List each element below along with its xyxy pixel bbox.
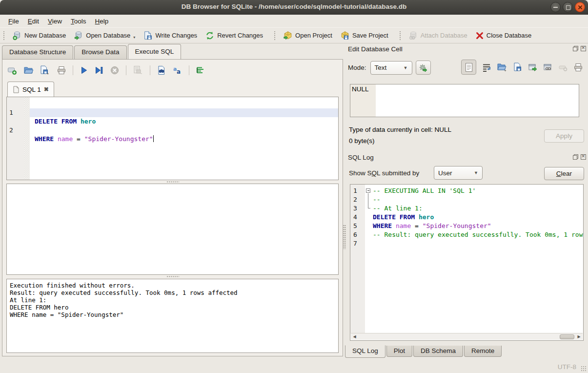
encoding-indicator[interactable]: UTF-8 (558, 363, 576, 371)
sql-log-dock-title: SQL Log (348, 154, 374, 161)
execute-all-icon[interactable] (80, 66, 88, 75)
text-mode-icon (465, 62, 473, 72)
revert-changes-button[interactable]: Revert Changes (201, 29, 267, 42)
print-sql-icon[interactable] (57, 65, 66, 75)
clear-log-button[interactable]: Clear (544, 167, 584, 180)
new-database-icon (12, 31, 22, 41)
text-caret (153, 135, 154, 142)
toolbar-grip[interactable] (274, 31, 276, 41)
statusbar: UTF-8 (0, 358, 588, 373)
menubar: File Edit View Tools Help (0, 15, 588, 27)
right-dock-area: Edit Database Cell Mode: Text ▼ (345, 43, 588, 358)
menu-edit[interactable]: Edit (23, 16, 43, 26)
mode-select[interactable]: Text ▼ (370, 61, 412, 75)
open-sql-file-icon[interactable] (23, 65, 33, 75)
write-changes-button[interactable]: Write Changes (139, 29, 201, 42)
close-dock-icon[interactable] (581, 46, 586, 51)
stop-execution-icon (110, 65, 120, 75)
log-horizontal-scrollbar[interactable]: ◀ ▶ (351, 333, 583, 340)
cell-value-editor[interactable]: NULL (350, 84, 579, 117)
maximize-icon[interactable] (563, 2, 573, 12)
close-dock-icon[interactable] (581, 154, 586, 160)
open-project-button[interactable]: Open Project (279, 29, 336, 42)
write-changes-label: Write Changes (155, 32, 197, 39)
scroll-left-icon[interactable]: ◀ (351, 334, 358, 339)
attach-database-button: Attach Database (405, 29, 471, 42)
close-sql-tab-icon[interactable]: ✖ (44, 86, 49, 93)
toolbar-grip[interactable] (3, 31, 5, 41)
minimize-icon[interactable] (550, 2, 561, 12)
tab-remote[interactable]: Remote (464, 346, 502, 357)
tab-database-structure[interactable]: Database Structure (2, 45, 73, 59)
new-database-button[interactable]: New Database (8, 29, 70, 42)
log-line: 4DELETE FROM hero (350, 213, 583, 222)
format-sql-icon[interactable] (196, 65, 205, 75)
cell-type-info: Type of data currently in cell: NULL (349, 126, 451, 133)
word-wrap-icon[interactable] (482, 62, 491, 72)
log-line: 2-- (350, 195, 583, 204)
float-dock-icon[interactable] (573, 154, 578, 160)
sql-editor[interactable]: 1 DELETE FROM hero 2 WHERE name = "Spide… (6, 97, 339, 180)
open-external-icon[interactable] (528, 62, 538, 72)
cell-size-info: 0 byte(s) (349, 137, 375, 145)
dock-tab-bar: SQL Log Plot DB Schema Remote (345, 346, 503, 358)
log-line: 1-- EXECUTING ALL IN 'SQL 1' (350, 186, 583, 195)
sql-file-tab[interactable]: SQL 1 ✖ (7, 82, 54, 97)
apply-mode-icon (419, 63, 427, 72)
fold-marker-icon[interactable] (366, 188, 370, 193)
scroll-right-icon[interactable]: ▶ (576, 334, 582, 339)
execute-current-line-icon[interactable] (95, 66, 103, 75)
save-sql-file-icon[interactable] (40, 65, 50, 75)
window-title: DB Browser for SQLite - /home/user/code/… (0, 3, 588, 10)
tab-sql-log[interactable]: SQL Log (345, 345, 385, 358)
editor-line: 1 DELETE FROM hero (7, 100, 338, 108)
results-message-splitter[interactable] (6, 275, 339, 278)
copy-link-icon[interactable] (543, 62, 553, 72)
text-mode-button[interactable] (461, 60, 476, 75)
apply-button: Apply (544, 129, 584, 143)
export-data-icon[interactable] (513, 62, 523, 72)
tab-execute-sql[interactable]: Execute SQL (128, 44, 182, 59)
print-cell-icon[interactable] (573, 62, 583, 72)
scrollbar-thumb[interactable] (560, 334, 574, 339)
window-controls (550, 2, 585, 12)
sql-log-view[interactable]: 1-- EXECUTING ALL IN 'SQL 1' 2-- 3-- At … (350, 184, 584, 341)
log-filter-select[interactable]: User ▼ (434, 166, 483, 180)
log-line: 3-- At line 1: (350, 204, 583, 213)
close-database-icon (475, 31, 484, 40)
toolbar-grip[interactable] (399, 31, 402, 41)
apply-mode-button[interactable] (416, 61, 431, 75)
save-project-button[interactable]: Save Project (336, 29, 392, 42)
write-changes-icon (143, 31, 153, 41)
close-icon[interactable] (575, 2, 585, 12)
editor-results-splitter[interactable] (6, 180, 339, 184)
tab-db-schema[interactable]: DB Schema (413, 346, 463, 357)
log-filter-selected-value: User (438, 169, 452, 177)
code-text: WHERE name = "Spider-Youngster" (35, 135, 338, 144)
edit-cell-dock-header: Edit Database Cell (345, 44, 588, 55)
tab-plot[interactable]: Plot (386, 346, 412, 357)
resize-grip[interactable] (581, 366, 587, 372)
close-database-button[interactable]: Close Database (471, 29, 536, 42)
open-database-dropdown-arrow[interactable]: ▾ (133, 35, 135, 41)
tab-browse-data[interactable]: Browse Data (74, 45, 126, 59)
import-data-icon[interactable] (497, 62, 507, 72)
attach-database-label: Attach Database (421, 32, 467, 39)
menu-help[interactable]: Help (91, 16, 113, 26)
menu-file[interactable]: File (4, 16, 23, 26)
execute-sql-panel: aa SQL 1 ✖ 1 DELETE FROM hero (2, 59, 343, 356)
find-replace-icon[interactable] (157, 65, 166, 75)
open-database-button[interactable]: Open Database ▾ (70, 29, 139, 42)
menu-view[interactable]: View (43, 16, 66, 26)
chevron-down-icon: ▼ (404, 65, 408, 70)
execution-message-area[interactable]: Execution finished without errors. Resul… (6, 279, 339, 353)
new-sql-tab-icon[interactable] (7, 65, 17, 75)
save-project-label: Save Project (352, 32, 388, 39)
sql-document-icon (13, 86, 20, 93)
float-dock-icon[interactable] (573, 46, 578, 51)
log-line: 6-- Result: query executed successfully.… (350, 230, 583, 239)
query-results-area[interactable] (6, 184, 339, 275)
auto-completion-icon[interactable]: aa (173, 65, 182, 75)
save-project-icon (340, 31, 350, 41)
menu-tools[interactable]: Tools (66, 16, 91, 26)
